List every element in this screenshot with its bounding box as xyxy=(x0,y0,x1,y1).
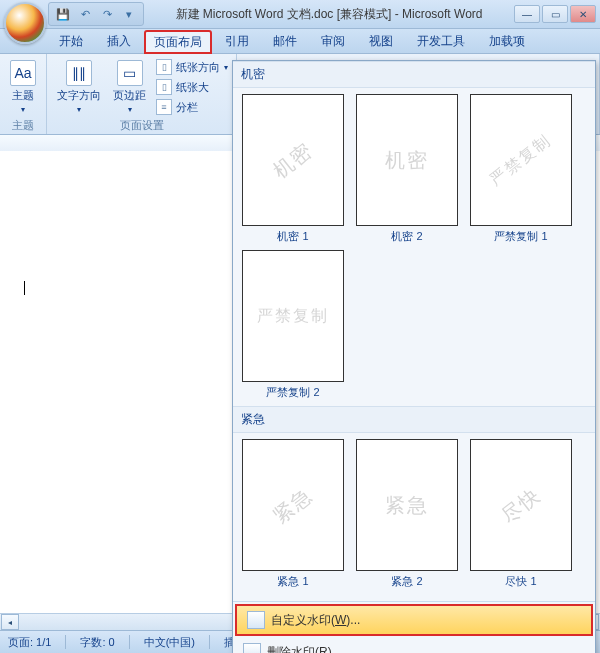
qat-more-icon[interactable]: ▾ xyxy=(121,6,137,22)
undo-icon[interactable]: ↶ xyxy=(77,6,93,22)
tab-references[interactable]: 引用 xyxy=(214,28,260,53)
ribbon-tabs: 开始 插入 页面布局 引用 邮件 审阅 视图 开发工具 加载项 xyxy=(0,29,600,54)
gallery-section-confidential: 机密 xyxy=(233,61,595,88)
page-size-icon: ▯ xyxy=(156,79,172,95)
size-button[interactable]: ▯纸张大 xyxy=(154,78,230,96)
status-words[interactable]: 字数: 0 xyxy=(80,635,114,650)
redo-icon[interactable]: ↷ xyxy=(99,6,115,22)
themes-button[interactable]: Aa 主题 ▾ xyxy=(6,58,40,116)
gallery-footer: 自定义水印(W)... 删除水印(R) 将所选内容保存到水印库(S)... xyxy=(233,601,595,653)
watermark-thumb[interactable]: 机密 机密 2 xyxy=(353,94,461,244)
custom-watermark-icon xyxy=(247,611,265,629)
gallery-section-urgent: 紧急 xyxy=(233,406,595,433)
tab-insert[interactable]: 插入 xyxy=(96,28,142,53)
watermark-gallery-popup: 机密 机密 机密 1 机密 机密 2 严禁复制 严禁复制 1 严禁复制 严禁复制… xyxy=(232,60,596,653)
chevron-down-icon: ▾ xyxy=(21,105,25,114)
status-page[interactable]: 页面: 1/1 xyxy=(8,635,51,650)
tab-review[interactable]: 审阅 xyxy=(310,28,356,53)
tab-start[interactable]: 开始 xyxy=(48,28,94,53)
quick-access-toolbar: 💾 ↶ ↷ ▾ xyxy=(48,2,144,26)
group-themes: Aa 主题 ▾ 主题 xyxy=(0,54,47,134)
columns-button[interactable]: ≡分栏 xyxy=(154,98,230,116)
group-page-setup-label: 页面设置 xyxy=(53,118,230,133)
text-direction-label: 文字方向 xyxy=(57,88,101,103)
size-label: 纸张大 xyxy=(176,80,209,95)
remove-watermark-icon xyxy=(243,643,261,653)
watermark-thumb[interactable]: 尽快 尽快 1 xyxy=(467,439,575,595)
maximize-button[interactable]: ▭ xyxy=(542,5,568,23)
gallery-confidential: 机密 机密 1 机密 机密 2 严禁复制 严禁复制 1 严禁复制 严禁复制 2 xyxy=(233,88,595,406)
chevron-down-icon: ▾ xyxy=(77,105,81,114)
margins-icon: ▭ xyxy=(117,60,143,86)
office-button[interactable] xyxy=(4,2,46,44)
margins-button[interactable]: ▭ 页边距 ▾ xyxy=(109,58,150,116)
text-direction-icon: ∥∥ xyxy=(66,60,92,86)
custom-watermark-item[interactable]: 自定义水印(W)... xyxy=(235,604,593,636)
close-button[interactable]: ✕ xyxy=(570,5,596,23)
columns-label: 分栏 xyxy=(176,100,198,115)
custom-watermark-label: 自定义水印(W)... xyxy=(271,612,360,629)
gallery-urgent: 紧急 紧急 1 紧急 紧急 2 尽快 尽快 1 xyxy=(233,433,595,601)
page-edge xyxy=(18,171,198,591)
remove-watermark-item[interactable]: 删除水印(R) xyxy=(233,638,595,653)
margins-label: 页边距 xyxy=(113,88,146,103)
group-themes-label: 主题 xyxy=(6,118,40,133)
minimize-button[interactable]: — xyxy=(514,5,540,23)
watermark-thumb[interactable]: 严禁复制 严禁复制 1 xyxy=(467,94,575,244)
tab-page-layout[interactable]: 页面布局 xyxy=(144,30,212,54)
watermark-thumb[interactable]: 紧急 紧急 2 xyxy=(353,439,461,595)
watermark-thumb[interactable]: 机密 机密 1 xyxy=(239,94,347,244)
orientation-button[interactable]: ▯纸张方向▾ xyxy=(154,58,230,76)
tab-mailings[interactable]: 邮件 xyxy=(262,28,308,53)
group-page-setup: ∥∥ 文字方向 ▾ ▭ 页边距 ▾ ▯纸张方向▾ ▯纸张大 ≡分栏 页面设置 xyxy=(47,54,237,134)
orientation-label: 纸张方向 xyxy=(176,60,220,75)
status-language[interactable]: 中文(中国) xyxy=(144,635,195,650)
window-title: 新建 Microsoft Word 文档.doc [兼容模式] - Micros… xyxy=(144,6,514,23)
text-cursor xyxy=(24,281,25,295)
chevron-down-icon: ▾ xyxy=(224,63,228,72)
save-icon[interactable]: 💾 xyxy=(55,6,71,22)
window-controls: — ▭ ✕ xyxy=(514,5,596,23)
orientation-icon: ▯ xyxy=(156,59,172,75)
themes-label: 主题 xyxy=(12,88,34,103)
watermark-thumb[interactable]: 紧急 紧急 1 xyxy=(239,439,347,595)
title-bar: 💾 ↶ ↷ ▾ 新建 Microsoft Word 文档.doc [兼容模式] … xyxy=(0,0,600,29)
text-direction-button[interactable]: ∥∥ 文字方向 ▾ xyxy=(53,58,105,116)
scroll-left-icon[interactable]: ◂ xyxy=(1,614,19,630)
tab-addins[interactable]: 加载项 xyxy=(478,28,536,53)
tab-developer[interactable]: 开发工具 xyxy=(406,28,476,53)
chevron-down-icon: ▾ xyxy=(128,105,132,114)
remove-watermark-label: 删除水印(R) xyxy=(267,644,332,654)
watermark-thumb[interactable]: 严禁复制 严禁复制 2 xyxy=(239,250,347,400)
columns-icon: ≡ xyxy=(156,99,172,115)
tab-view[interactable]: 视图 xyxy=(358,28,404,53)
themes-icon: Aa xyxy=(10,60,36,86)
